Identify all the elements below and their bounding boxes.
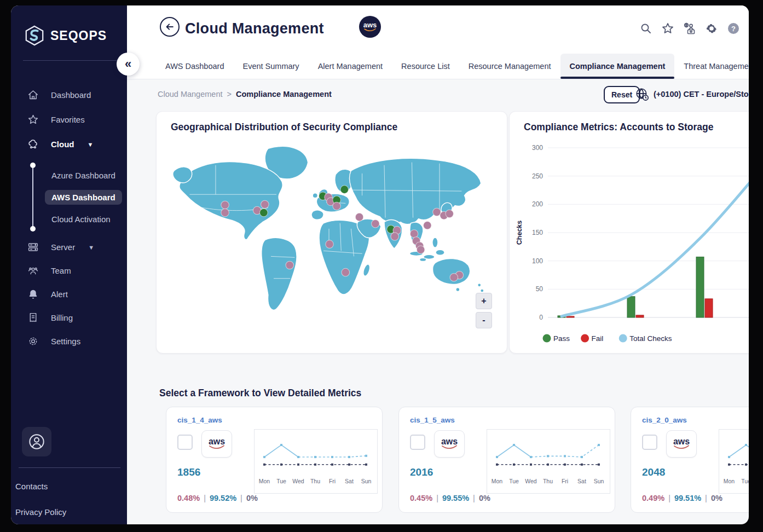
sidebar-item-dashboard[interactable]: Dashboard [11,83,127,107]
framework-card-cis_2_0_aws[interactable]: cis_2_0_awsaws2048MonTueWedThuFriSatSun0… [631,407,749,513]
aws-logo-tile: aws [201,430,232,458]
aws-smile-icon [363,28,377,32]
framework-name-link[interactable]: cis_2_0_aws [642,416,687,424]
sidebar-item-label: Billing [51,313,73,322]
sidebar-item-label: Alert [51,290,68,299]
framework-checkbox[interactable] [642,435,657,450]
map-marker-noncompliant[interactable] [450,273,458,281]
framework-card-cis_1_5_aws[interactable]: cis_1_5_awsaws2016MonTueWedThuFriSatSun0… [398,407,615,513]
search-icon[interactable] [639,22,652,35]
map-marker-noncompliant[interactable] [286,261,294,269]
sparkline-day-label: Tue [276,478,286,484]
submenu-label: Cloud Activation [45,212,117,227]
y-axis-tick: 0 [539,314,543,321]
map-marker-noncompliant[interactable] [221,209,229,217]
support-agent-icon[interactable] [683,22,696,35]
framework-checkbox[interactable] [410,435,425,450]
map-marker-noncompliant[interactable] [261,200,269,209]
chevron-down-icon: ▼ [88,141,94,148]
map-marker-noncompliant[interactable] [355,213,363,221]
sidebar-item-favorites[interactable]: Favorites [11,107,127,132]
map-marker-noncompliant[interactable] [391,233,399,241]
map-marker-noncompliant[interactable] [326,240,334,248]
geo-distribution-card: Geographical Distribution of Security Co… [156,111,507,354]
sidebar-item-cloud-activation[interactable]: Cloud Activation [11,208,127,230]
sparkline-day-label: Sun [361,478,372,484]
tab-alert-management[interactable]: Alert Management [309,54,392,79]
framework-sparkline: MonTueWedThuFriSatSun [719,429,749,494]
favorites-star-icon[interactable] [661,22,674,35]
separator: | [436,494,438,502]
privacy-policy-link[interactable]: Privacy Policy [15,507,66,517]
home-icon [27,89,39,101]
map-marker-noncompliant[interactable] [417,246,425,254]
tab-resource-management[interactable]: Resource Management [459,54,560,79]
map-marker-noncompliant[interactable] [221,201,229,209]
framework-percentages: 0.45%|99.55%|0% [410,494,490,502]
bell-icon [27,288,39,300]
framework-sparkline: MonTueWedThuFriSatSun [487,429,610,494]
framework-name-link[interactable]: cis_1_4_aws [177,416,222,424]
separator: | [668,494,670,502]
sidebar-item-team[interactable]: Team [11,259,127,282]
map-marker-noncompliant[interactable] [372,219,380,228]
map-marker-noncompliant[interactable] [342,268,350,276]
sidebar-item-cloud[interactable]: Cloud ▼ [11,132,127,157]
sidebar-item-server[interactable]: Server ▼ [11,235,127,259]
map-zoom-out-button[interactable]: - [476,312,492,328]
map-marker-noncompliant[interactable] [433,208,441,216]
avatar-icon [28,433,45,450]
compliance-metrics-chart: 050100150200250300ChecksPassFailTotal Ch… [514,137,749,351]
contacts-link[interactable]: Contacts [15,482,48,491]
aws-smile-icon [209,445,225,450]
framework-card-cis_1_4_aws[interactable]: cis_1_4_awsaws1856MonTueWedThuFriSatSun0… [166,407,383,513]
pass-percentage: 99.55% [442,494,469,502]
sidebar-item-azure-dashboard[interactable]: Azure Dashboard [11,164,127,186]
settings-gear-icon[interactable] [705,22,718,35]
tab-compliance-management[interactable]: Compliance Management [560,54,675,79]
tab-threat-management[interactable]: Threat Management [674,54,749,79]
sparkline-day-label: Mon [492,478,503,484]
breadcrumb-row: Cloud Mangement>Compliance Management Re… [127,79,749,111]
sparkline-day-label: Sun [594,478,604,484]
map-marker-noncompliant[interactable] [333,202,341,210]
bar-pass[interactable] [627,297,635,317]
map-marker-noncompliant[interactable] [410,230,418,238]
map-marker-compliant[interactable] [260,209,268,217]
header: Cloud Management aws [127,5,749,54]
breadcrumb-parent[interactable]: Cloud Mangement [158,90,223,99]
help-icon[interactable]: ? [727,22,740,35]
sidebar-item-billing[interactable]: Billing [11,306,127,329]
sparkline-day-label: Sat [345,478,354,484]
framework-checkbox[interactable] [177,435,193,450]
map-zoom-in-button[interactable]: + [476,293,492,309]
brand-name: SEQOPS [50,28,107,43]
bar-fail[interactable] [705,299,713,317]
user-avatar-button[interactable] [22,427,51,456]
sidebar-item-alert[interactable]: Alert [11,282,127,306]
map-marker-compliant[interactable] [340,186,349,194]
tab-bar: AWS Dashboard Event Summary Alert Manage… [127,54,749,79]
map-marker-noncompliant[interactable] [446,210,454,218]
star-icon [27,114,39,125]
back-button[interactable] [160,17,180,37]
bar-pass[interactable] [696,257,704,317]
sidebar-item-settings[interactable]: Settings [11,329,127,353]
separator: | [705,494,707,502]
sidebar-item-label: Dashboard [51,90,91,100]
sidebar-item-aws-dashboard[interactable]: AWS Dashboard [11,186,127,208]
framework-count: 2048 [642,466,665,478]
tab-aws-dashboard[interactable]: AWS Dashboard [156,54,233,79]
sidebar-item-label: Settings [51,337,80,346]
pass-percentage: 99.52% [210,494,236,502]
bar-fail[interactable] [567,316,574,317]
sidebar-collapse-button[interactable]: « [117,53,140,76]
sparkline-day-label: Mon [724,478,735,484]
fail-percentage: 0.48% [177,494,200,502]
bar-fail[interactable] [636,315,644,317]
framework-name-link[interactable]: cis_1_5_aws [410,416,455,424]
map-marker-noncompliant[interactable] [424,222,432,230]
tab-resource-list[interactable]: Resource List [392,54,459,79]
sparkline-day-label: Mon [259,478,270,484]
tab-event-summary[interactable]: Event Summary [233,54,308,79]
